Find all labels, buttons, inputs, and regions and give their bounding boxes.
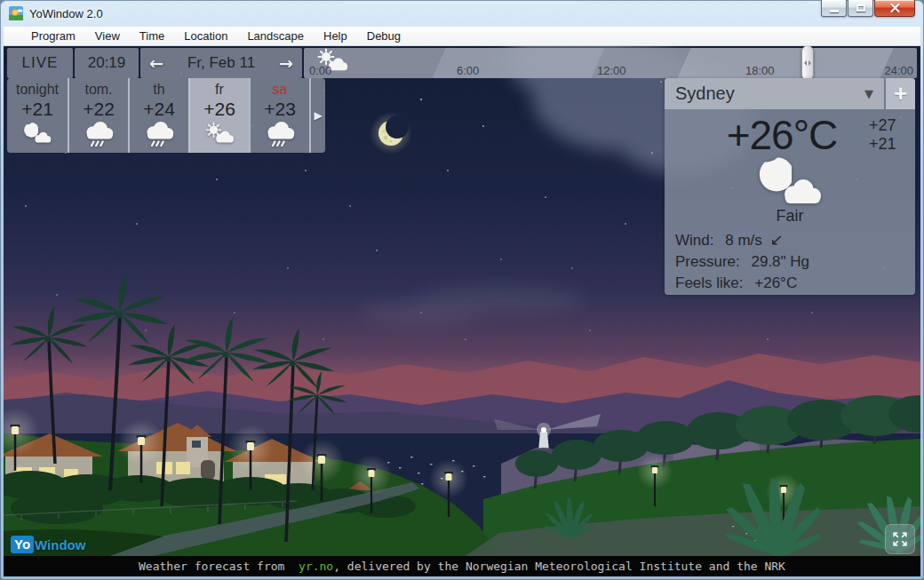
forecast-day-saturday[interactable]: sa +23 [249, 78, 309, 153]
logo-window: Window [35, 537, 85, 552]
forecast-more-button[interactable]: ▶ [309, 78, 325, 153]
menu-location[interactable]: Location [174, 27, 237, 45]
day-temp: +21 [7, 98, 68, 120]
live-button[interactable]: LIVE [7, 48, 73, 78]
menu-program[interactable]: Program [21, 27, 85, 45]
forecast-day-thursday[interactable]: th +24 [128, 78, 188, 153]
feels-like-row: Feels like: +26°C [675, 273, 915, 294]
wind-label: Wind: [675, 232, 713, 249]
prev-day-arrow-icon[interactable]: ← [149, 55, 163, 72]
day-temp: +26 [190, 98, 249, 120]
forecast-strip: tonight +21 tom. +22 th +24 fr +26 [7, 78, 325, 153]
wind-row: Wind: 8 m/s ↙ [675, 229, 915, 251]
tick-2400: 24:00 [884, 64, 913, 77]
sun-cloud-icon [203, 122, 235, 147]
maximize-icon [856, 4, 865, 12]
attribution-suffix: , delivered by the Norwegian Meteorologi… [333, 560, 785, 573]
minimize-button[interactable] [821, 0, 847, 17]
menu-help[interactable]: Help [314, 27, 357, 45]
tick-0000: 0:00 [309, 64, 331, 77]
logo-yo: Yo [11, 536, 34, 553]
day-temp: +24 [130, 98, 188, 120]
moon-cloud-icon [21, 122, 53, 147]
menu-debug[interactable]: Debug [357, 27, 410, 45]
temperature-row: +26°C +27 +21 [665, 109, 915, 159]
menu-landscape[interactable]: Landscape [237, 27, 314, 45]
date-navigator: ← Fr, Feb 11 → [140, 48, 302, 78]
window-controls [821, 0, 915, 17]
clock-display[interactable]: 20:19 [75, 48, 139, 78]
menu-view[interactable]: View [85, 27, 130, 45]
forecast-day-tomorrow[interactable]: tom. +22 [68, 78, 128, 153]
day-label: tom. [69, 81, 128, 98]
feels-like-label: Feels like: [675, 274, 744, 291]
menubar: Program View Time Location Landscape Hel… [4, 27, 920, 46]
timeline-band [677, 48, 893, 78]
day-label: fr [190, 81, 249, 98]
close-icon [890, 4, 900, 12]
day-label: tonight [7, 81, 68, 98]
low-temperature: +21 [869, 135, 908, 154]
pressure-row: Pressure: 29.8" Hg [675, 251, 915, 273]
location-selector[interactable]: Sydney ▼ [665, 78, 884, 109]
chevron-down-icon: ▼ [864, 87, 873, 100]
timeline-handle[interactable] [801, 46, 814, 81]
rain-icon [143, 122, 175, 147]
wind-value: 8 m/s [725, 232, 762, 249]
statusbar: Weather forecast from yr.no, delivered b… [4, 556, 920, 576]
add-location-button[interactable]: + [886, 78, 915, 109]
rain-icon [264, 122, 296, 147]
location-panel: Sydney ▼ + +26°C +27 +21 Fair Wind: [665, 78, 915, 295]
day-label-weekend: sa [251, 81, 309, 98]
wind-direction-icon: ↙ [770, 230, 784, 249]
fullscreen-arrows-icon [888, 528, 912, 551]
attribution-prefix: Weather forecast from [139, 560, 299, 573]
pressure-label: Pressure: [675, 253, 740, 270]
high-temperature: +27 [869, 116, 908, 135]
day-label: th [130, 81, 188, 98]
location-name: Sydney [675, 83, 735, 104]
moon-cloud-icon [752, 155, 828, 212]
handle-grip-icon [804, 60, 811, 66]
day-temp: +23 [251, 98, 309, 120]
forecast-day-tonight[interactable]: tonight +21 [7, 78, 68, 153]
fullscreen-button[interactable] [885, 524, 915, 554]
pressure-value: 29.8" Hg [751, 253, 809, 270]
app-window: YoWindow 2.0 Program View Time Location … [0, 0, 924, 580]
tick-0600: 6:00 [457, 64, 479, 77]
minimize-icon [830, 10, 839, 12]
weather-scene-area: LIVE 20:19 ← Fr, Feb 11 → 0:00 6:00 12:0… [4, 46, 920, 556]
current-temperature: +26°C [672, 111, 869, 159]
window-title: YoWindow 2.0 [29, 7, 103, 20]
menu-time[interactable]: Time [130, 27, 174, 45]
feels-like-value: +26°C [754, 274, 797, 291]
rain-icon [83, 122, 115, 147]
panel-header: Sydney ▼ + [665, 78, 915, 109]
yrno-link[interactable]: yr.no [299, 560, 333, 573]
day-temp: +22 [69, 98, 128, 120]
yowindow-logo: Yo Window [11, 536, 85, 553]
timeline-slider[interactable]: 0:00 6:00 12:00 18:00 24:00 [304, 48, 917, 78]
tick-1200: 12:00 [597, 64, 626, 77]
close-button[interactable] [874, 0, 915, 17]
toolbar: LIVE 20:19 ← Fr, Feb 11 → 0:00 6:00 12:0… [7, 48, 917, 78]
app-icon [9, 6, 23, 20]
titlebar[interactable]: YoWindow 2.0 [0, 0, 924, 27]
tick-1800: 18:00 [745, 64, 775, 77]
forecast-day-friday-selected[interactable]: fr +26 [188, 78, 249, 153]
maximize-button[interactable] [848, 0, 873, 17]
next-day-arrow-icon[interactable]: → [279, 55, 293, 72]
date-display: Fr, Feb 11 [187, 54, 255, 72]
weather-details: Wind: 8 m/s ↙ Pressure: 29.8" Hg Feels l… [665, 226, 915, 294]
